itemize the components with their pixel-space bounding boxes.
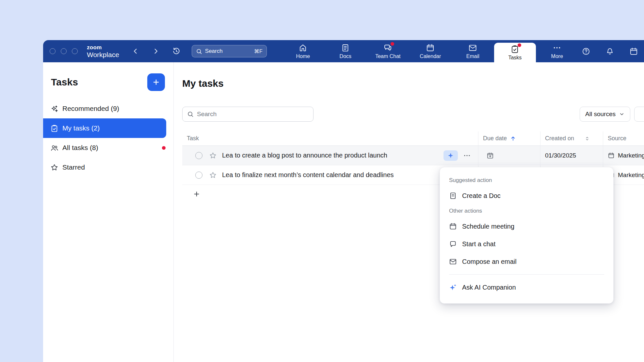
all-tasks-badge	[162, 146, 166, 150]
nav-calendar[interactable]: Calendar	[409, 40, 452, 62]
help-icon	[582, 47, 590, 56]
task-complete-checkbox[interactable]	[195, 172, 202, 179]
history-button[interactable]	[171, 46, 182, 57]
tasks-search-input[interactable]	[197, 111, 309, 118]
search-shortcut: ⌘F	[254, 48, 263, 54]
help-button[interactable]	[580, 46, 592, 57]
clipped-control[interactable]	[634, 107, 644, 122]
star-icon[interactable]	[209, 171, 217, 179]
created-on-value: 01/30/2025	[545, 152, 576, 159]
header-created-on[interactable]: Created on	[540, 131, 603, 145]
app-window: zoom Workplace Search ⌘F Home	[43, 40, 644, 362]
calendar-date-icon	[629, 47, 638, 56]
nav-team-chat-label: Team Chat	[375, 53, 400, 59]
sparkle-icon	[50, 105, 58, 113]
window-minimize-button[interactable]	[61, 48, 67, 54]
task-title: Lea to create a blog post to announce th…	[222, 152, 387, 159]
row-more-button[interactable]	[463, 152, 471, 159]
primary-nav: Home Docs Team Chat Calendar Email	[282, 40, 578, 62]
sidebar-item-label: Starred	[62, 163, 85, 171]
nav-tasks-label: Tasks	[508, 55, 522, 61]
star-icon	[50, 163, 58, 172]
tasks-icon	[510, 45, 519, 53]
chevron-right-icon	[152, 47, 160, 55]
my-tasks-icon	[50, 124, 58, 132]
star-icon[interactable]	[209, 152, 217, 159]
global-search-placeholder: Search	[205, 48, 223, 54]
other-actions-label: Other actions	[448, 204, 605, 218]
sources-filter-value: All sources	[585, 111, 616, 118]
nav-tasks[interactable]: Tasks	[494, 43, 536, 62]
header-task: Task	[182, 131, 478, 145]
history-icon	[172, 47, 181, 55]
sidebar-item-starred[interactable]: Starred	[43, 158, 173, 177]
nav-email-label: Email	[466, 53, 479, 59]
source-value: Marketing	[618, 152, 644, 159]
global-search[interactable]: Search ⌘F	[192, 45, 267, 57]
task-row[interactable]: Lea to create a blog post to announce th…	[182, 146, 644, 165]
more-icon	[553, 43, 561, 52]
nav-docs[interactable]: Docs	[324, 40, 367, 62]
window-zoom-button[interactable]	[72, 48, 78, 54]
email-icon	[449, 258, 457, 265]
suggested-action-label: Suggested action	[448, 174, 605, 187]
nav-calendar-label: Calendar	[420, 53, 441, 59]
sidebar-title: Tasks	[51, 77, 78, 88]
nav-email[interactable]: Email	[452, 40, 494, 62]
window-close-button[interactable]	[50, 48, 56, 54]
notifications-button[interactable]	[604, 46, 616, 57]
sidebar-item-recommended[interactable]: Recommended (9)	[43, 99, 173, 118]
task-complete-checkbox[interactable]	[195, 152, 202, 159]
sidebar-item-label: Recommended (9)	[62, 105, 119, 113]
menu-item-start-chat[interactable]: Start a chat	[448, 235, 605, 253]
chevron-left-icon	[132, 47, 139, 55]
email-icon	[468, 43, 477, 52]
forward-button[interactable]	[151, 46, 161, 56]
nav-docs-label: Docs	[340, 53, 351, 59]
tasks-badge	[518, 43, 521, 47]
header-due-date[interactable]: Due date	[478, 131, 540, 145]
top-bar: zoom Workplace Search ⌘F Home	[43, 40, 644, 62]
page-title: My tasks	[182, 78, 644, 89]
calendar-icon	[449, 222, 457, 230]
ai-sparkle-icon	[447, 152, 454, 159]
menu-item-create-doc[interactable]: Create a Doc	[448, 187, 605, 204]
sidebar-item-all-tasks[interactable]: All tasks (8)	[43, 138, 173, 158]
back-button[interactable]	[130, 46, 141, 56]
ai-companion-action-button[interactable]	[443, 150, 458, 161]
search-icon	[196, 48, 202, 54]
bell-icon	[605, 47, 614, 56]
header-source: Source	[603, 131, 644, 145]
nav-home[interactable]: Home	[282, 40, 324, 62]
docs-icon	[341, 43, 350, 52]
menu-item-ask-ai-companion[interactable]: Ask AI Companion	[448, 279, 605, 296]
nav-team-chat[interactable]: Team Chat	[367, 40, 409, 62]
nav-more[interactable]: More	[536, 40, 578, 62]
nav-more-label: More	[551, 53, 563, 59]
calendar-plus-icon	[486, 152, 494, 159]
menu-item-compose-email[interactable]: Compose an email	[448, 253, 605, 270]
team-chat-badge	[391, 42, 394, 46]
sources-filter-dropdown[interactable]: All sources	[580, 107, 630, 122]
ai-companion-icon	[449, 283, 457, 291]
sidebar-item-label: My tasks (2)	[62, 124, 100, 132]
schedule-button[interactable]	[628, 46, 639, 57]
task-title: Lea to finalize next month’s content cal…	[222, 171, 394, 179]
zoom-workplace-logo: zoom Workplace	[87, 45, 119, 58]
sort-ascending-icon	[510, 135, 516, 142]
window-controls	[43, 48, 78, 54]
doc-icon	[449, 192, 457, 200]
tasks-search	[182, 107, 314, 122]
menu-item-schedule-meeting[interactable]: Schedule meeting	[448, 218, 605, 235]
sidebar-item-my-tasks[interactable]: My tasks (2)	[43, 118, 166, 138]
home-icon	[298, 43, 307, 52]
plus-icon	[152, 78, 160, 86]
source-calendar-icon	[608, 152, 615, 159]
nav-home-label: Home	[296, 53, 310, 59]
add-due-date-button[interactable]	[485, 150, 495, 161]
chat-bubble-icon	[449, 240, 457, 248]
add-task-button[interactable]	[193, 190, 201, 198]
logo-zoom-text: zoom	[87, 45, 119, 50]
source-value: Marketing	[618, 172, 644, 179]
new-task-button[interactable]	[147, 73, 165, 91]
